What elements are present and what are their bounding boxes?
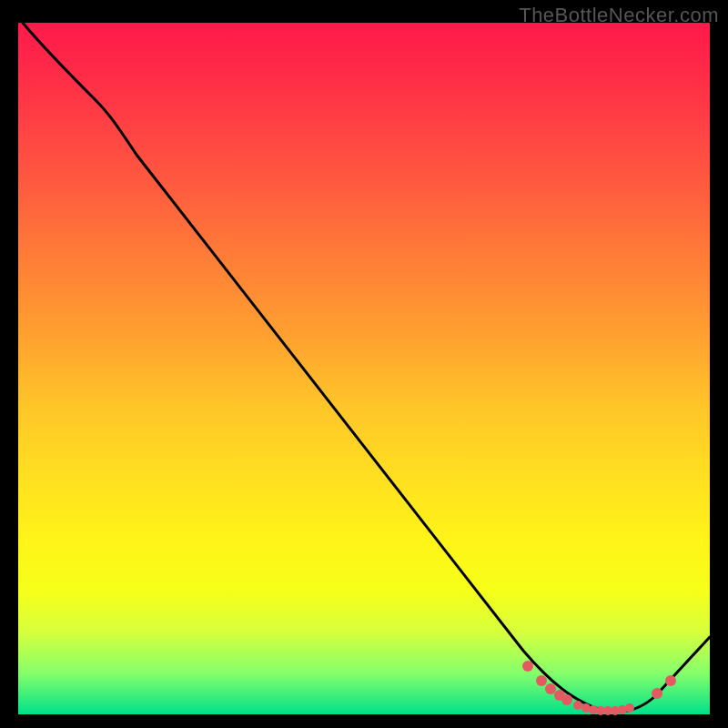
dot bbox=[665, 675, 676, 686]
curve-svg bbox=[18, 23, 710, 714]
bottleneck-curve bbox=[23, 23, 710, 712]
dot bbox=[545, 683, 556, 694]
dot bbox=[652, 688, 662, 699]
dot bbox=[522, 661, 533, 672]
dot bbox=[561, 694, 572, 705]
dot bbox=[573, 701, 582, 710]
dot bbox=[625, 703, 634, 713]
dot bbox=[536, 675, 547, 686]
highlight-dots bbox=[522, 661, 676, 715]
chart-frame: TheBottleNecker.com bbox=[0, 0, 728, 728]
watermark-text: TheBottleNecker.com bbox=[519, 4, 719, 27]
plot-area bbox=[18, 23, 710, 714]
